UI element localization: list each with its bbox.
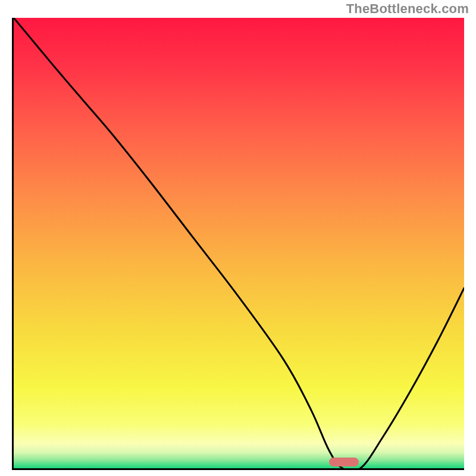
- chart-stage: TheBottleneck.com: [0, 0, 476, 476]
- gradient-background: [14, 18, 464, 468]
- x-axis: [12, 468, 464, 470]
- optimal-zone-marker: [329, 458, 359, 466]
- plot-svg: [14, 18, 464, 468]
- plot-area: [14, 18, 464, 468]
- y-axis: [12, 18, 14, 470]
- attribution-label: TheBottleneck.com: [346, 1, 469, 17]
